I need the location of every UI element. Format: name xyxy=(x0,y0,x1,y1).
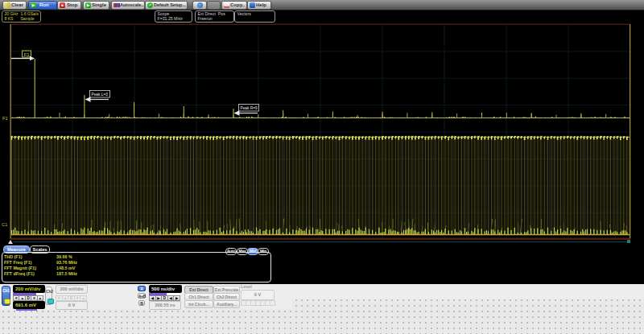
svg-text:F1: F1 xyxy=(2,116,8,121)
svg-text:Peak L=3: Peak L=3 xyxy=(92,93,109,97)
svg-text:Peak R=9: Peak R=9 xyxy=(241,106,258,110)
svg-text:C1: C1 xyxy=(2,222,7,227)
svg-text:F1: F1 xyxy=(24,52,31,57)
